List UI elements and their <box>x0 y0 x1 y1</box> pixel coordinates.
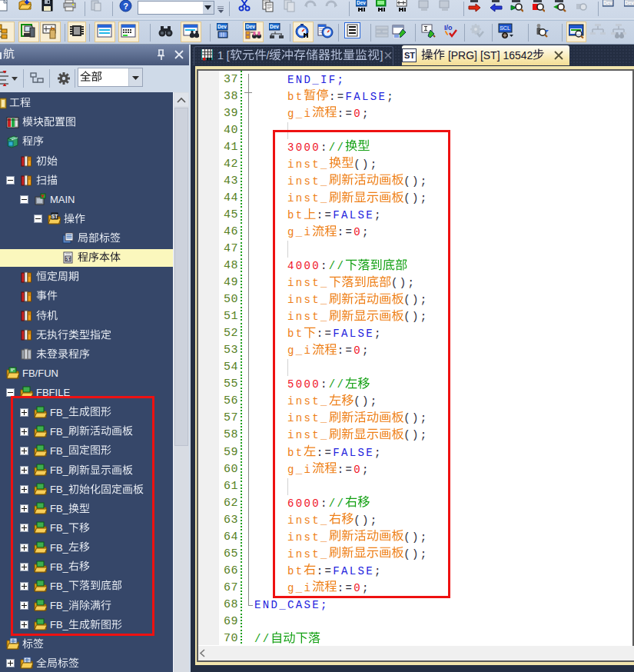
svg-text:?: ? <box>123 2 128 11</box>
svg-text:Dev: Dev <box>603 0 612 5</box>
svg-text:Dev: Dev <box>625 0 634 5</box>
svg-text:Dev: Dev <box>270 24 279 29</box>
svg-text:Dev: Dev <box>246 24 255 29</box>
svg-text:I/o: I/o <box>444 24 453 32</box>
svg-text:Dev: Dev <box>217 24 227 29</box>
svg-text:ST: ST <box>65 257 71 261</box>
svg-text:ST: ST <box>51 214 58 219</box>
svg-text:Dev: Dev <box>357 0 366 5</box>
svg-text:SCL: SCL <box>500 25 510 31</box>
